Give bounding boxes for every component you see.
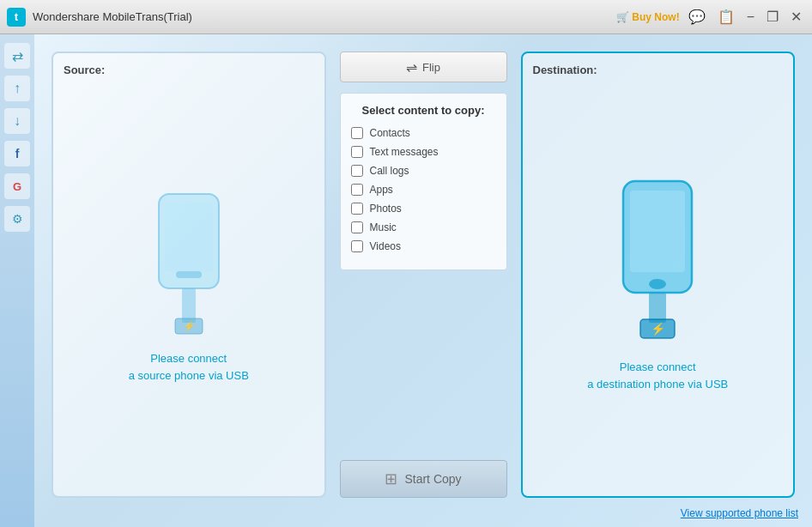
call-logs-label: Call logs [370,165,409,177]
cart-icon: 🛒 [616,11,629,23]
sidebar-item-transfer[interactable]: ⇄ [4,43,30,69]
photos-checkbox[interactable] [351,203,363,215]
checkbox-contacts[interactable]: Contacts [351,127,496,139]
sidebar-item-settings[interactable]: ⚙ [4,206,30,232]
sidebar: ⇄ ↑ ↓ f G ⚙ [0,34,34,527]
flip-icon: ⇌ [406,59,417,76]
photos-label: Photos [370,203,402,215]
google-icon: G [13,180,21,193]
source-connect-text: Please connecta source phone via USB [129,350,249,384]
videos-checkbox[interactable] [351,240,363,252]
source-phone-svg: ⚡ [146,185,232,340]
title-bar: t Wondershare MobileTrans(Trial) 🛒 Buy N… [0,0,812,34]
view-supported-link[interactable]: View supported phone list [681,507,798,519]
window-controls: 🛒 Buy Now! 💬 📋 − ❐ ✕ [616,7,805,27]
checkbox-text-messages[interactable]: Text messages [351,146,496,158]
app-icon: t [7,8,26,27]
svg-text:⚡: ⚡ [651,322,666,336]
sidebar-item-restore[interactable]: ↓ [4,108,30,134]
videos-label: Videos [370,240,401,252]
start-copy-button[interactable]: ⊞ Start Copy [340,460,507,498]
buy-now-button[interactable]: 🛒 Buy Now! [616,11,679,23]
minimize-button[interactable]: − [743,8,758,27]
backup-icon: ↑ [14,81,21,96]
checkbox-apps[interactable]: Apps [351,184,496,196]
svg-text:⚡: ⚡ [182,319,195,332]
settings-icon: ⚙ [12,212,23,226]
restore-icon: ↓ [14,113,21,129]
select-content-title: Select content to copy: [351,104,496,117]
transfer-icon: ⇄ [12,48,23,64]
text-messages-label: Text messages [370,146,439,158]
close-button[interactable]: ✕ [787,7,805,27]
music-label: Music [370,221,397,233]
contacts-checkbox[interactable] [351,127,363,139]
music-checkbox[interactable] [351,221,363,233]
source-label: Source: [64,64,105,76]
destination-connect-text: Please connecta destination phone via US… [587,359,728,392]
window-title: Wondershare MobileTrans(Trial) [33,10,616,23]
select-content-box: Select content to copy: Contacts Text me… [340,93,507,270]
destination-label: Destination: [533,64,597,76]
checkbox-videos[interactable]: Videos [351,240,496,252]
svg-rect-9 [649,293,666,323]
destination-panel: Destination: ⚡ Please connecta desti [521,51,796,498]
svg-point-8 [649,279,666,289]
chat-button[interactable]: 💬 [685,7,709,27]
center-panel: ⇌ Flip Select content to copy: Contacts … [340,51,507,498]
source-panel: Source: ⚡ Please connecta source pho [52,51,326,498]
svg-rect-3 [182,288,196,323]
destination-phone-illustration: ⚡ Please connecta destination phone via … [587,83,728,486]
restore-button[interactable]: ❐ [763,7,782,27]
feedback-button[interactable]: 📋 [714,7,738,27]
checkbox-photos[interactable]: Photos [351,203,496,215]
call-logs-checkbox[interactable] [351,165,363,177]
start-copy-icon: ⊞ [385,469,397,488]
sidebar-item-facebook[interactable]: f [4,141,30,167]
apps-label: Apps [370,184,393,196]
apps-checkbox[interactable] [351,184,363,196]
svg-rect-7 [630,191,685,272]
sidebar-item-backup[interactable]: ↑ [4,76,30,101]
footer: View supported phone list [681,505,798,520]
svg-rect-1 [165,203,213,271]
contacts-label: Contacts [370,127,410,139]
text-messages-checkbox[interactable] [351,146,363,158]
sidebar-item-google[interactable]: G [4,173,30,199]
checkbox-music[interactable]: Music [351,221,496,233]
checkbox-call-logs[interactable]: Call logs [351,165,496,177]
destination-phone-svg: ⚡ [606,177,709,348]
panels-row: Source: ⚡ Please connecta source pho [52,51,795,498]
main-content: Source: ⚡ Please connecta source pho [34,34,812,527]
flip-button[interactable]: ⇌ Flip [340,51,507,82]
source-phone-illustration: ⚡ Please connecta source phone via USB [129,83,249,486]
svg-rect-2 [176,271,202,278]
facebook-icon: f [15,147,20,161]
